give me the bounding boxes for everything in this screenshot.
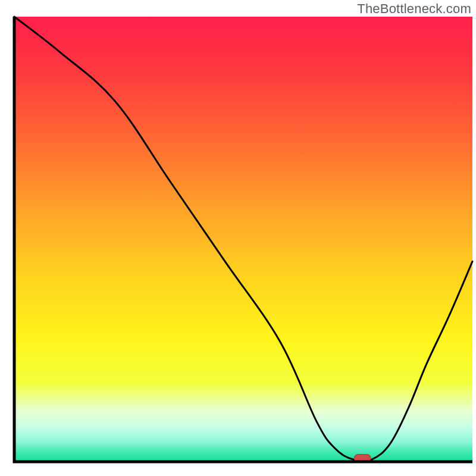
- watermark-text: TheBottleneck.com: [357, 1, 471, 17]
- bottleneck-chart: [0, 0, 476, 476]
- chart-container: { "watermark": "TheBottleneck.com", "cha…: [0, 0, 476, 476]
- plot-background: [14, 17, 472, 462]
